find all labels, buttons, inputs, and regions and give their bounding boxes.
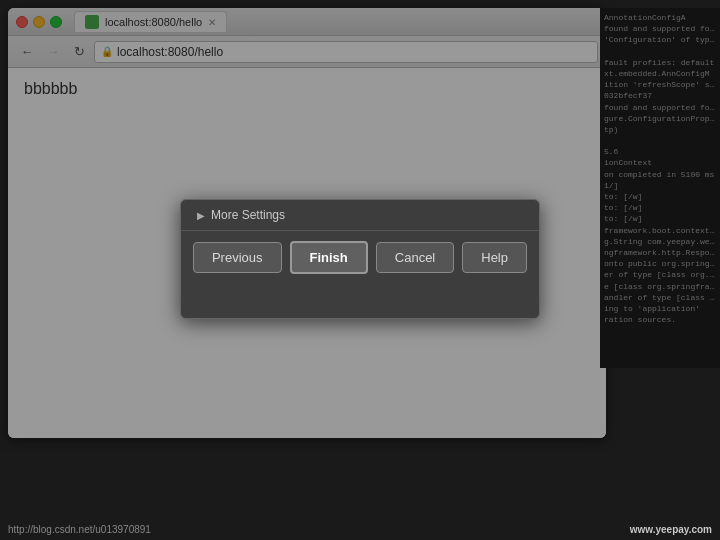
previous-button[interactable]: Previous [193,242,282,273]
wizard-dialog: ▶ More Settings Previous Finish Cancel H… [180,199,540,319]
status-bar: http://blog.csdn.net/u013970891 www.yeep… [0,518,720,540]
dialog-overlay: ▶ More Settings Previous Finish Cancel H… [0,0,720,518]
status-url: http://blog.csdn.net/u013970891 [8,524,151,535]
wizard-button-row: Previous Finish Cancel Help [181,231,539,284]
help-button[interactable]: Help [462,242,527,273]
cancel-button[interactable]: Cancel [376,242,454,273]
finish-button[interactable]: Finish [290,241,368,274]
expand-icon: ▶ [197,210,205,221]
screen: localhost:8080/hello ✕ ← → ↻ 🔒 localhost… [0,0,720,540]
status-brand: www.yeepay.com [630,524,712,535]
more-settings-label: More Settings [211,208,285,222]
more-settings-row[interactable]: ▶ More Settings [181,200,539,231]
